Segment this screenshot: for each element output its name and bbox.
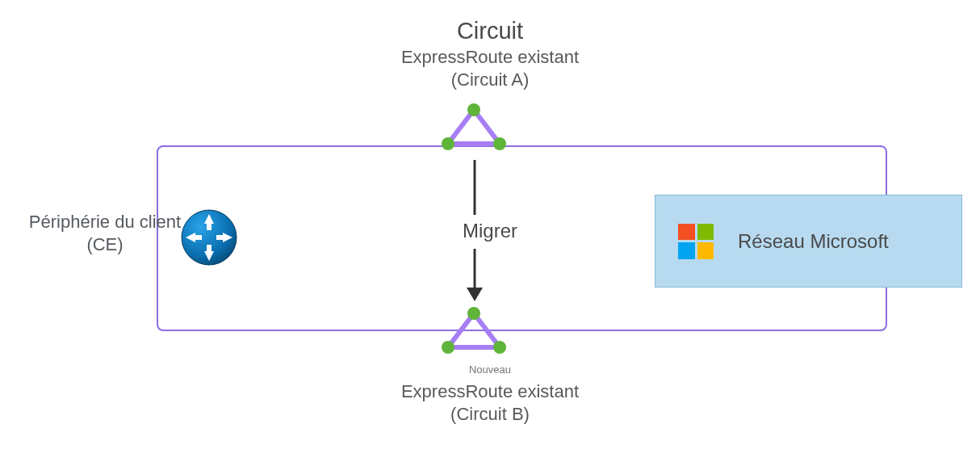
microsoft-logo-icon <box>678 224 714 259</box>
svg-rect-13 <box>207 222 211 230</box>
microsoft-network-card: Réseau Microsoft <box>655 195 962 288</box>
footer-circuit-label: (Circuit B) <box>0 404 980 425</box>
footer-new-tag: Nouveau <box>0 363 980 376</box>
customer-edge-label-line2: (CE) <box>16 234 194 255</box>
router-icon <box>181 209 237 266</box>
footer-subtitle: ExpressRoute existant <box>0 381 980 402</box>
customer-edge-label-line1: Périphérie du client <box>16 212 194 233</box>
svg-point-5 <box>467 307 480 320</box>
svg-point-6 <box>493 341 506 354</box>
svg-point-3 <box>442 137 454 150</box>
microsoft-network-label: Réseau Microsoft <box>738 230 889 253</box>
svg-rect-15 <box>207 245 211 253</box>
expressroute-circuit-b-icon <box>442 307 506 355</box>
header-circuit-label: (Circuit A) <box>0 69 980 90</box>
header-subtitle: ExpressRoute existant <box>0 47 980 68</box>
svg-point-2 <box>493 137 506 150</box>
svg-rect-19 <box>216 235 224 240</box>
header-title: Circuit <box>0 18 980 44</box>
svg-point-1 <box>467 103 480 116</box>
expressroute-circuit-a-icon <box>442 103 506 152</box>
svg-point-7 <box>442 341 454 354</box>
svg-marker-10 <box>467 288 483 301</box>
svg-rect-17 <box>194 235 202 240</box>
